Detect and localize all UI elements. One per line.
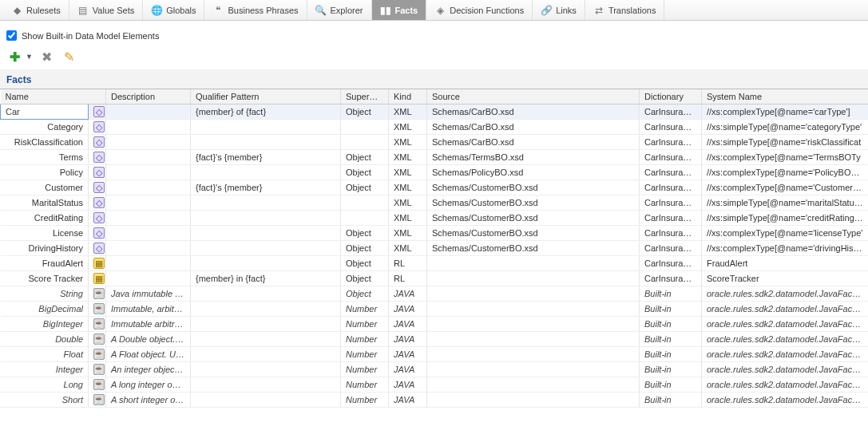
java-fact-icon: ☕ (93, 379, 105, 390)
tab-decision-functions[interactable]: ◈Decision Functions (426, 0, 533, 20)
table-row[interactable]: Double☕A Double object. U…NumberJAVABuil… (1, 332, 869, 347)
tab-translations[interactable]: ⇄Translations (585, 0, 665, 20)
cell-superclass: Object (341, 286, 389, 302)
cell-dictionary: Built-in (640, 317, 702, 332)
table-row[interactable]: Integer☕An integer object. …NumberJAVABu… (1, 362, 869, 377)
tabbar: ◆Rulesets▤Value Sets🌐Globals❝Business Ph… (0, 0, 868, 21)
table-row[interactable]: Policy◇ObjectXMLSchemas/PolicyBO.xsdCarI… (1, 165, 869, 180)
table-row[interactable]: CreditRating◇XMLSchemas/CustomerBO.xsdCa… (1, 211, 869, 226)
delete-button[interactable]: ✖ (39, 49, 55, 65)
cell-name: Car (1, 105, 89, 120)
cell-qualifier (191, 195, 341, 211)
cell-description: Java immutable ch… (106, 286, 191, 302)
cell-description (106, 256, 191, 271)
cell-type-icon: ☕ (89, 377, 106, 393)
col-description[interactable]: Description (106, 89, 191, 105)
table-row[interactable]: Terms◇{fact}'s {member}ObjectXMLSchemas/… (1, 150, 869, 165)
cell-type-icon: ▦ (89, 271, 106, 286)
java-fact-icon: ☕ (93, 333, 105, 345)
table-row[interactable]: RiskClassification◇XMLSchemas/CarBO.xsdC… (1, 135, 869, 150)
cell-description (106, 211, 191, 226)
col-dictionary[interactable]: Dictionary (640, 89, 702, 105)
cell-source (427, 286, 640, 302)
col-kind[interactable]: Kind (389, 89, 427, 105)
cell-kind: XML (389, 211, 427, 226)
cell-source: Schemas/CarBO.xsd (427, 120, 640, 135)
java-fact-icon: ☕ (93, 288, 105, 299)
cell-kind: XML (389, 165, 427, 180)
table-row[interactable]: Car◇{member} of {fact}ObjectXMLSchemas/C… (1, 105, 869, 120)
table-row[interactable]: Customer◇{fact}'s {member}ObjectXMLSchem… (1, 180, 869, 195)
cell-name: BigDecimal (1, 302, 89, 317)
cell-dictionary: Built-in (640, 347, 702, 362)
add-button[interactable]: ✚ (6, 49, 22, 65)
cell-superclass: Object (341, 271, 389, 286)
tab-rulesets-label: Rulesets (26, 6, 61, 15)
cell-name: CreditRating (1, 211, 89, 226)
cell-qualifier (191, 302, 341, 317)
cell-qualifier (191, 211, 341, 226)
table-row[interactable]: BigDecimal☕Immutable, arbitra…NumberJAVA… (1, 302, 869, 317)
tab-explorer[interactable]: 🔍Explorer (307, 0, 372, 20)
tab-decision-functions-icon: ◈ (434, 5, 446, 16)
tab-facts[interactable]: ▮▮Facts (372, 0, 427, 20)
show-builtin-input[interactable] (6, 30, 17, 41)
cell-superclass: Number (341, 317, 389, 332)
table-row[interactable]: MaritalStatus◇XMLSchemas/CustomerBO.xsdC… (1, 195, 869, 211)
section-title: Facts (0, 69, 868, 89)
cell-source: Schemas/CarBO.xsd (427, 135, 640, 150)
tab-translations-label: Translations (608, 6, 656, 15)
table-row[interactable]: FraudAlert▦ObjectRLCarInsuranc…FraudAler… (1, 256, 869, 271)
tab-globals[interactable]: 🌐Globals (143, 0, 204, 20)
table-row[interactable]: DrivingHistory◇ObjectXMLSchemas/Customer… (1, 241, 869, 256)
col-qualifier[interactable]: Qualifier Pattern (191, 89, 341, 105)
cell-dictionary: CarInsuranc… (640, 256, 702, 271)
tab-rulesets[interactable]: ◆Rulesets (3, 0, 69, 20)
table-row[interactable]: Category◇XMLSchemas/CarBO.xsdCarInsuranc… (1, 120, 869, 135)
cell-system: oracle.rules.sdk2.datamodel.JavaFactTy (702, 302, 869, 317)
cell-kind: JAVA (389, 286, 427, 302)
cell-kind: JAVA (389, 377, 427, 393)
xml-fact-icon: ◇ (93, 182, 105, 193)
cell-type-icon: ☕ (89, 286, 106, 302)
table-row[interactable]: Long☕A long integer obj…NumberJAVABuilt-… (1, 377, 869, 393)
show-builtin-checkbox[interactable]: Show Built-in Data Model Elements (6, 30, 862, 41)
cell-qualifier (191, 256, 341, 271)
col-name[interactable]: Name (1, 89, 106, 105)
table-row[interactable]: Float☕A Float object. Unl…NumberJAVABuil… (1, 347, 869, 362)
cell-kind: JAVA (389, 393, 427, 408)
col-system[interactable]: System Name (702, 89, 869, 105)
xml-fact-icon: ◇ (93, 136, 105, 148)
table-row[interactable]: License◇ObjectXMLSchemas/CustomerBO.xsdC… (1, 226, 869, 241)
col-superclass[interactable]: SuperClass (341, 89, 389, 105)
col-source[interactable]: Source (427, 89, 640, 105)
cell-system: oracle.rules.sdk2.datamodel.JavaFactTy (702, 332, 869, 347)
cell-kind: JAVA (389, 347, 427, 362)
cell-qualifier (191, 120, 341, 135)
cell-superclass: Number (341, 332, 389, 347)
java-fact-icon: ☕ (93, 394, 105, 405)
tab-business-phrases[interactable]: ❝Business Phrases (204, 0, 307, 20)
cell-source: Schemas/TermsBO.xsd (427, 150, 640, 165)
tab-value-sets-icon: ▤ (77, 5, 89, 16)
cell-system: oracle.rules.sdk2.datamodel.JavaFactTy (702, 317, 869, 332)
table-row[interactable]: Short☕A short integer obj…NumberJAVABuil… (1, 393, 869, 408)
cell-name: RiskClassification (1, 135, 89, 150)
table-row[interactable]: BigInteger☕Immutable arbitrar…NumberJAVA… (1, 317, 869, 332)
table-row[interactable]: Score Tracker▦{member} in {fact}ObjectRL… (1, 271, 869, 286)
cell-superclass: Object (341, 226, 389, 241)
add-dropdown-arrow[interactable]: ▼ (26, 53, 33, 61)
cell-qualifier: {fact}'s {member} (191, 180, 341, 195)
cell-type-icon: ☕ (89, 332, 106, 347)
cell-qualifier: {fact}'s {member} (191, 150, 341, 165)
cell-description: A long integer obj… (106, 377, 191, 393)
cell-kind: RL (389, 256, 427, 271)
cell-superclass: Object (341, 105, 389, 120)
cell-kind: XML (389, 120, 427, 135)
cell-source: Schemas/CustomerBO.xsd (427, 211, 640, 226)
cell-qualifier: {member} in {fact} (191, 271, 341, 286)
tab-links[interactable]: 🔗Links (533, 0, 585, 20)
edit-button[interactable]: ✎ (61, 49, 77, 65)
tab-value-sets[interactable]: ▤Value Sets (69, 0, 143, 20)
table-row[interactable]: String☕Java immutable ch…ObjectJAVABuilt… (1, 286, 869, 302)
